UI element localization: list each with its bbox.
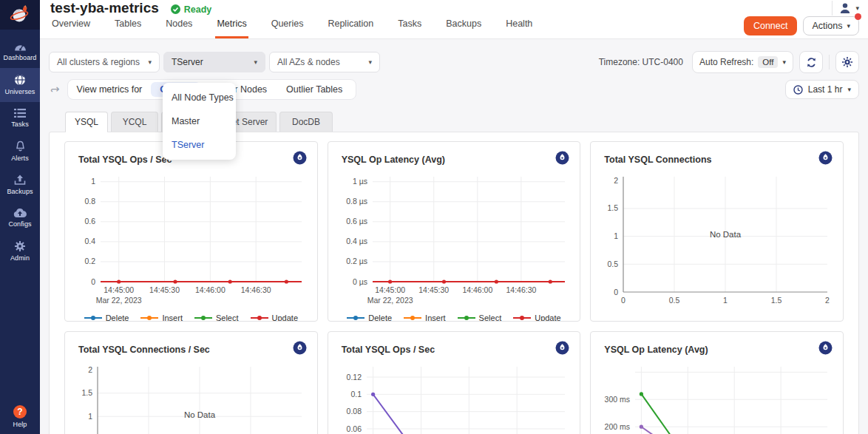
- dashboard-gauge-icon: [14, 41, 27, 52]
- tab-overview[interactable]: Overview: [50, 18, 92, 38]
- chart-plot[interactable]: 0.060.080.10.12: [339, 359, 571, 434]
- svg-text:14:45:00: 14:45:00: [375, 285, 405, 294]
- configs-cloud-icon: [13, 208, 27, 218]
- sidebar-item-configs[interactable]: Configs: [0, 202, 40, 234]
- metric-tab-ysql[interactable]: YSQL: [65, 112, 108, 132]
- sidebar-item-backups[interactable]: Backups: [0, 169, 40, 202]
- svg-text:Mar 22, 2023: Mar 22, 2023: [367, 296, 413, 305]
- status-badge: Ready: [171, 4, 212, 15]
- chart-plot[interactable]: 200 ms300 ms: [601, 359, 833, 434]
- svg-text:No Data: No Data: [184, 410, 216, 419]
- backups-upload-icon: [14, 174, 26, 186]
- metric-tab-ycql[interactable]: YCQL: [111, 112, 158, 132]
- menu-item-master[interactable]: Master: [163, 109, 236, 133]
- user-menu[interactable]: ▾: [838, 1, 859, 15]
- svg-text:1.5: 1.5: [81, 388, 92, 397]
- time-range-button[interactable]: Last 1 hr ▾: [785, 80, 859, 99]
- chevron-down-icon: ▾: [148, 58, 152, 66]
- svg-text:1: 1: [91, 177, 95, 186]
- tab-tables[interactable]: Tables: [113, 18, 143, 38]
- timezone-label: Timezone: UTC-0400: [599, 57, 683, 67]
- auto-refresh-button[interactable]: Auto Refresh: Off ▾: [692, 51, 793, 73]
- svg-text:1: 1: [88, 412, 92, 421]
- legend-swatch-icon: [251, 315, 268, 321]
- chart-plot[interactable]: 00.511.5200.511.52No Data: [601, 169, 833, 310]
- yugabytedb-badge-icon: [818, 151, 833, 168]
- legend-item[interactable]: Select: [194, 313, 239, 322]
- tab-backups[interactable]: Backups: [444, 18, 483, 38]
- sidebar-item-label: Backups: [7, 188, 33, 195]
- menu-item-all-node-types[interactable]: All Node Types: [163, 86, 236, 109]
- sidebar-item-dashboard[interactable]: Dashboard: [0, 35, 40, 68]
- sidebar-nav: DashboardUniversesTasksAlertsBackupsConf…: [0, 30, 40, 268]
- sidebar-item-tasks[interactable]: Tasks: [0, 102, 40, 135]
- chart-card: YSQL Op Latency (Avg)14:45:0014:45:3014:…: [328, 141, 581, 322]
- az-nodes-select[interactable]: All AZs & nodes ▾: [269, 52, 380, 72]
- sidebar-item-universes[interactable]: Universes: [0, 68, 40, 102]
- legend-swatch-icon: [194, 315, 212, 321]
- svg-text:1.5: 1.5: [771, 296, 782, 305]
- node-type-menu: All Node TypesMasterTServer: [163, 83, 236, 160]
- tab-nodes[interactable]: Nodes: [164, 18, 194, 38]
- cluster-region-select[interactable]: All clusters & regions ▾: [49, 52, 160, 72]
- legend-item[interactable]: Delete: [84, 313, 129, 322]
- legend-item[interactable]: Insert: [404, 313, 446, 322]
- yugabytedb-badge-icon: [555, 341, 569, 358]
- chevron-down-icon: ▾: [782, 58, 786, 66]
- sidebar-item-label: Help: [13, 421, 27, 428]
- sidebar-item-label: Universes: [5, 88, 35, 95]
- legend-item[interactable]: Select: [458, 313, 502, 322]
- svg-text:1.5: 1.5: [608, 203, 619, 212]
- refresh-button[interactable]: [799, 51, 823, 73]
- universe-tabs: OverviewTablesNodesMetricsQueriesReplica…: [50, 16, 534, 38]
- svg-text:0.08: 0.08: [346, 407, 362, 416]
- node-type-select[interactable]: TServer ▾: [163, 52, 265, 72]
- sidebar-item-help[interactable]: ? Help: [0, 405, 40, 428]
- svg-text:0.1: 0.1: [350, 390, 362, 399]
- legend-item[interactable]: Update: [251, 313, 298, 322]
- settings-button[interactable]: [835, 51, 859, 73]
- yugabytedb-badge-icon: [818, 341, 833, 358]
- yugabyte-logo[interactable]: [0, 0, 40, 30]
- charts-panel: Total YSQL Ops / Sec14:45:0014:45:3014:4…: [49, 132, 859, 434]
- user-icon: [838, 1, 852, 15]
- sidebar-item-admin[interactable]: Admin: [0, 234, 40, 268]
- svg-text:0.5: 0.5: [669, 296, 680, 305]
- sidebar-item-label: Admin: [10, 254, 30, 262]
- check-circle-icon: [171, 4, 180, 14]
- metric-tab-docdb[interactable]: DocDB: [279, 112, 333, 132]
- svg-text:14:46:30: 14:46:30: [241, 285, 271, 294]
- chart-plot[interactable]: 14:45:0014:45:3014:46:0014:46:3000.20.40…: [75, 169, 308, 310]
- connect-button[interactable]: Connect: [744, 16, 798, 35]
- legend-item[interactable]: Insert: [140, 313, 183, 322]
- svg-text:14:46:30: 14:46:30: [506, 285, 536, 294]
- chevron-down-icon: ▾: [847, 86, 851, 93]
- sidebar-item-alerts[interactable]: Alerts: [0, 135, 40, 169]
- tab-replication[interactable]: Replication: [326, 18, 375, 38]
- svg-text:2: 2: [88, 365, 92, 374]
- yugabytedb-badge-icon: [555, 151, 569, 168]
- legend-item[interactable]: Delete: [347, 313, 392, 322]
- menu-item-tserver[interactable]: TServer: [163, 133, 236, 157]
- refresh-icon: [806, 57, 817, 68]
- chart-legend: DeleteInsertSelectUpdate: [65, 313, 317, 322]
- tab-metrics[interactable]: Metrics: [215, 18, 248, 38]
- tasks-list-icon: [14, 108, 26, 118]
- return-arrow-icon: ↪: [50, 83, 60, 96]
- svg-text:200 ms: 200 ms: [605, 422, 630, 431]
- legend-item[interactable]: Update: [513, 313, 560, 322]
- tab-queries[interactable]: Queries: [270, 18, 305, 38]
- chart-plot[interactable]: 11.52No Data: [75, 359, 308, 434]
- svg-text:Mar 22, 2023: Mar 22, 2023: [96, 296, 142, 305]
- svg-text:0.5: 0.5: [608, 260, 619, 268]
- chart-plot[interactable]: 14:45:0014:45:3014:46:0014:46:300 µs0.2 …: [339, 169, 571, 310]
- tab-health[interactable]: Health: [504, 18, 534, 38]
- help-icon: ?: [13, 405, 27, 418]
- divider: [829, 55, 830, 69]
- chart-title: YSQL Op Latency (Avg): [342, 155, 445, 165]
- scope-option-outlier-tables[interactable]: Outlier Tables: [277, 82, 351, 97]
- actions-button[interactable]: Actions ▾: [803, 16, 859, 35]
- tab-tasks[interactable]: Tasks: [396, 18, 423, 38]
- sidebar-item-label: Alerts: [11, 155, 29, 162]
- legend-swatch-icon: [347, 315, 365, 321]
